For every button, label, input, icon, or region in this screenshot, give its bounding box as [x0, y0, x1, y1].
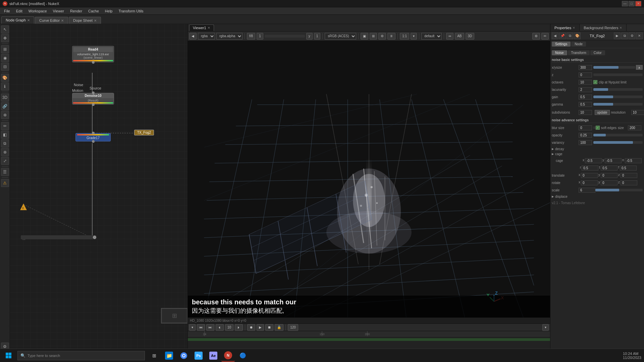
variancy-slider[interactable] — [593, 141, 643, 144]
cage-t[interactable]: 0.5 — [601, 166, 618, 171]
rotate-z[interactable]: 0 — [621, 180, 637, 185]
scale-value[interactable]: 6 — [579, 188, 595, 193]
toolbar-color[interactable]: 🎨 — [1, 74, 9, 82]
toolbar-merge[interactable]: ⊗ — [1, 148, 9, 156]
translate-y[interactable]: 0 — [601, 173, 618, 178]
toolbar-layers[interactable]: ⊞ — [1, 45, 9, 53]
toolbar-other[interactable]: ☰ — [1, 168, 9, 176]
props-tab-properties[interactable]: Properties ✕ — [550, 24, 580, 31]
soft-edges-check[interactable]: ✓ — [596, 126, 600, 130]
blur-value[interactable]: 0 — [579, 125, 592, 130]
node-grade17[interactable]: Grade17 — [75, 133, 111, 141]
viewer-zoom[interactable]: 1:1 — [400, 33, 409, 40]
node-denoise10[interactable]: Denoise10 (Result) — [72, 93, 114, 105]
viewer-mode-single[interactable]: ▣ — [361, 33, 368, 40]
viewer-wipe[interactable]: ⇔ — [446, 33, 453, 40]
timeline-scroll-down[interactable]: ▾ — [542, 324, 549, 331]
timeline-play-rev[interactable]: ⏮ — [197, 324, 205, 331]
viewer-canvas[interactable]: 10 — [188, 41, 550, 317]
node-tab-settings[interactable]: Settings — [552, 42, 571, 47]
node-tx-fog2[interactable]: TX_Fog2 — [134, 130, 154, 135]
props-tab-bg-renders[interactable]: Background Renders ✕ — [580, 24, 627, 31]
timeline-step-fwd[interactable]: ⏵ — [235, 324, 243, 331]
update-btn[interactable]: update — [595, 110, 610, 115]
props-tool-render[interactable]: ▶ — [614, 33, 621, 39]
opacity-slider[interactable] — [593, 134, 643, 136]
taskbar-explorer[interactable]: 📁 — [162, 350, 176, 362]
viewer-settings[interactable]: ⚙ — [532, 33, 540, 40]
menu-render[interactable]: Render — [67, 8, 85, 14]
cage-r[interactable]: 0.5 — [582, 166, 598, 171]
toolbar-link[interactable]: 🔗 — [1, 102, 9, 110]
rotate-y[interactable]: 0 — [601, 180, 618, 185]
taskbar-aftereffects[interactable]: Ae — [207, 350, 220, 362]
timeline-play[interactable]: ▶ — [257, 324, 264, 331]
toolbar-3d[interactable]: 3D — [1, 94, 9, 102]
gain-slider[interactable] — [593, 96, 643, 98]
sub-tab-color[interactable]: Color — [590, 50, 605, 55]
tab-dope-sheet[interactable]: Dope Sheet ✕ — [69, 17, 101, 24]
toolbar-mask[interactable]: ◧ — [1, 131, 9, 139]
viewer-3d-toggle[interactable]: 3D — [466, 33, 475, 40]
section-decay-collapse[interactable]: ▶ decay — [552, 147, 643, 151]
taskbar-photoshop[interactable]: Ps — [192, 350, 205, 362]
timeline-lock[interactable]: 🔒 — [275, 324, 283, 331]
viewer-tab-1[interactable]: Viewer1 ✕ — [189, 24, 214, 31]
gamma-value[interactable]: 0.5 — [579, 102, 592, 107]
viewer-zoom-dropdown[interactable]: ▾ — [411, 33, 417, 40]
translate-z[interactable]: 0 — [621, 173, 637, 178]
viewer-process[interactable]: ⚙ — [378, 33, 386, 40]
node-denoise10-output[interactable] — [92, 103, 95, 106]
section-displace-collapse[interactable]: ▶ displace — [552, 195, 643, 198]
viewer-pause[interactable]: ⏸ — [387, 33, 395, 40]
blur-slider[interactable] — [593, 126, 596, 129]
octaves-check[interactable]: ✓ — [593, 80, 597, 84]
taskbar-search[interactable]: 🔍 Type here to search — [17, 351, 145, 360]
menu-viewer[interactable]: Viewer — [50, 8, 67, 14]
toolbar-group[interactable]: ⊕ — [1, 111, 9, 119]
node-grade17-input[interactable] — [92, 132, 95, 134]
viewer-ab[interactable]: AB — [455, 33, 464, 40]
subdivisions-value[interactable]: 10 — [579, 110, 592, 115]
tab-curve-editor[interactable]: Curve Editor ✕ — [35, 17, 68, 24]
props-tool-float[interactable]: ⧉ — [567, 33, 573, 39]
cage-f[interactable]: 0.5 — [620, 166, 637, 171]
maximize-btn[interactable]: □ — [629, 1, 635, 6]
timeline-stop[interactable]: ⏹ — [265, 324, 273, 331]
props-tool-pin[interactable]: 📌 — [559, 33, 566, 39]
xysize-max-btn[interactable]: ▲ — [636, 65, 643, 70]
cage-n[interactable]: -0.5 — [625, 158, 642, 163]
scale-slider[interactable] — [595, 189, 643, 191]
node-read4[interactable]: Read4 volumetric_light.119.exr (scene_li… — [72, 46, 114, 62]
gain-value[interactable]: 0.5 — [579, 95, 592, 100]
props-tab-close[interactable]: ✕ — [573, 26, 575, 29]
toolbar-filter[interactable]: ⧉ — [1, 139, 9, 147]
node-grade17-output[interactable] — [92, 140, 95, 143]
menu-transform-utils[interactable]: Transform Utils — [116, 8, 146, 14]
taskbar-chrome[interactable] — [177, 350, 191, 362]
node-graph-slider[interactable] — [21, 235, 96, 239]
viewer-frame2[interactable]: 1 — [314, 33, 321, 40]
timeline-step-back[interactable]: ⏴ — [216, 324, 224, 331]
section-cage-collapse[interactable]: ▶ cage — [552, 152, 643, 156]
toolbar-grid[interactable]: ⊟ — [1, 63, 9, 71]
viewer-frame[interactable]: 1 — [257, 33, 263, 40]
toolbar-info[interactable]: ℹ — [1, 82, 9, 90]
node-partial[interactable]: ⊞ — [161, 308, 188, 323]
node-tab-node[interactable]: Node — [571, 42, 586, 47]
menu-workspace[interactable]: Workspace — [26, 8, 50, 14]
slider-handle[interactable] — [93, 236, 96, 239]
channel-selector[interactable]: rgba — [198, 33, 215, 40]
props-tool-1[interactable]: ◀ — [552, 33, 558, 39]
close-btn[interactable]: ✕ — [635, 1, 641, 6]
node-graph[interactable]: ! Read4 volumetric_light.119.exr (scene_… — [10, 24, 188, 352]
timeline-btn-collapse[interactable]: ▾ — [189, 324, 196, 331]
tab-close-curve-editor[interactable]: ✕ — [61, 19, 64, 22]
toolbar-pointer[interactable]: ↖ — [1, 25, 9, 34]
sub-tab-transform[interactable]: Transform — [568, 50, 590, 55]
viewer-tab-close[interactable]: ✕ — [208, 26, 210, 29]
timeline-step-10[interactable]: 10 — [225, 324, 233, 331]
start-button[interactable] — [3, 350, 15, 362]
timeline-play-fwd[interactable]: ⏭ — [206, 324, 214, 331]
tab-close-dope-sheet[interactable]: ✕ — [94, 19, 97, 22]
